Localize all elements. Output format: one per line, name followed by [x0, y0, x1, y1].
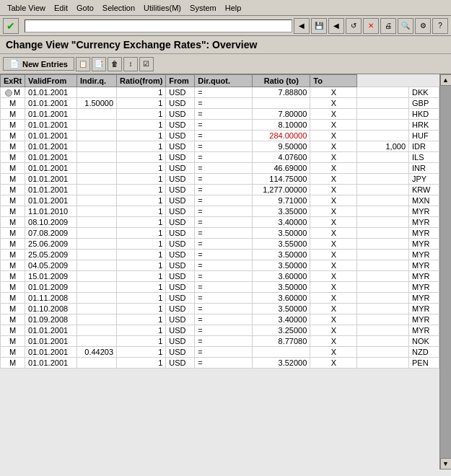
nav-left-icon[interactable]: ◀	[294, 18, 310, 34]
table-row[interactable]: M01.01.20011USD=8.77080XNOK	[1, 336, 439, 347]
menu-utilities[interactable]: Utilities(M)	[139, 2, 185, 14]
settings-icon[interactable]: ⚙	[415, 18, 431, 34]
menu-edit[interactable]: Edit	[50, 2, 72, 14]
new-entries-label: New Entries	[22, 60, 68, 69]
menu-selection[interactable]: Selection	[98, 2, 139, 14]
header-validfrom: ValidFrom	[25, 75, 77, 87]
table-row[interactable]: M01.01.20011USD=3.52000XPEN	[1, 358, 439, 369]
delete-icon[interactable]: 🗑	[108, 57, 122, 71]
header-from: From	[166, 75, 195, 87]
checkmark-icon[interactable]: ✔	[3, 18, 19, 34]
table-row[interactable]: M01.01.20091USD=3.50000XMYR	[1, 282, 439, 293]
menu-help[interactable]: Help	[221, 2, 246, 14]
table-scroll-area[interactable]: ExRt ValidFrom Indir.q. Ratio(from) From…	[0, 74, 439, 470]
move-icon[interactable]: ↕	[123, 57, 138, 71]
stop-icon[interactable]: ✕	[363, 18, 379, 34]
select-icon[interactable]: ☑	[139, 57, 154, 71]
main-toolbar: ✔ ◀ 💾 ◀ ↺ ✕ 🖨 🔍 ⚙ ?	[0, 16, 451, 36]
table-row[interactable]: M01.01.20011USD=9.71000XMXN	[1, 195, 439, 206]
table-row[interactable]: M11.01.20101USD=3.35000XMYR	[1, 206, 439, 217]
scroll-down-button[interactable]: ▼	[440, 458, 452, 470]
table-row[interactable]: M01.01.20011USD=8.10000XHRK	[1, 120, 439, 131]
menu-system[interactable]: System	[185, 2, 221, 14]
table-row[interactable]: M01.10.20081USD=3.50000XMYR	[1, 304, 439, 314]
help-icon[interactable]: ?	[432, 18, 448, 34]
menubar: Table View Edit Goto Selection Utilities…	[0, 0, 451, 16]
menu-goto[interactable]: Goto	[72, 2, 98, 14]
exchange-rates-table: ExRt ValidFrom Indir.q. Ratio(from) From…	[0, 74, 439, 369]
table-row[interactable]: M01.01.20011USD=7.88800XDKK	[1, 87, 439, 98]
table-row[interactable]: M01.01.20011USD=114.75000XJPY	[1, 174, 439, 185]
table-row[interactable]: M01.01.20011USD=3.25000XMYR	[1, 325, 439, 336]
find-icon[interactable]: 🔍	[398, 18, 413, 34]
table-row[interactable]: M01.01.20011USD=46.69000XINR	[1, 163, 439, 174]
table-row[interactable]: M08.10.20091USD=3.40000XMYR	[1, 217, 439, 228]
header-ratioto: Ratio (to)	[253, 75, 310, 87]
table-row[interactable]: M25.06.20091USD=3.55000XMYR	[1, 239, 439, 250]
page-title-area: Change View "Currency Exchange Rates": O…	[0, 36, 451, 54]
table-row[interactable]: M01.01.20011.500001USD=XGBP	[1, 98, 439, 109]
table-wrapper: ExRt ValidFrom Indir.q. Ratio(from) From…	[0, 74, 451, 470]
scroll-track[interactable]	[440, 86, 451, 458]
header-indirq: Indir.q.	[77, 75, 117, 87]
table-row[interactable]: M04.05.20091USD=3.50000XMYR	[1, 260, 439, 271]
table-row[interactable]: M01.09.20081USD=3.40000XMYR	[1, 314, 439, 325]
row-indicator-icon	[5, 89, 12, 97]
refresh-icon[interactable]: ↺	[346, 18, 362, 34]
table-header-row: ExRt ValidFrom Indir.q. Ratio(from) From…	[1, 75, 439, 87]
table-row[interactable]: M25.05.20091USD=3.50000XMYR	[1, 250, 439, 260]
address-input[interactable]	[25, 19, 292, 32]
table-row[interactable]: M01.01.20011USD=9.50000X1,000IDR	[1, 141, 439, 152]
toolbar2: 📄 New Entries 📋 📑 🗑 ↕ ☑	[0, 54, 451, 74]
header-to: To	[310, 75, 357, 87]
table-row[interactable]: M01.01.20011USD=1,277.00000XKRW	[1, 185, 439, 195]
table-row[interactable]: M15.01.20091USD=3.60000XMYR	[1, 271, 439, 282]
nav-left2-icon[interactable]: ◀	[328, 18, 344, 34]
table-row[interactable]: M01.01.20011USD=4.07600XILS	[1, 152, 439, 163]
save-icon[interactable]: 💾	[311, 18, 327, 34]
table-row[interactable]: M01.11.20081USD=3.60000XMYR	[1, 293, 439, 304]
table-row[interactable]: M07.08.20091USD=3.50000XMYR	[1, 228, 439, 239]
details-icon[interactable]: 📋	[76, 57, 90, 71]
header-ratiofrom: Ratio(from)	[117, 75, 166, 87]
page-title: Change View "Currency Exchange Rates": O…	[6, 39, 445, 50]
copy-icon[interactable]: 📑	[92, 57, 106, 71]
scrollbar[interactable]: ▲ ▼	[439, 74, 451, 470]
header-dirquot: Dir.quot.	[195, 75, 253, 87]
new-entries-button[interactable]: 📄 New Entries	[3, 57, 74, 71]
table-row[interactable]: M01.01.20011USD=284.00000XHUF	[1, 131, 439, 141]
header-exrt: ExRt	[1, 75, 25, 87]
table-row[interactable]: M01.01.20010.442031USD=XNZD	[1, 347, 439, 358]
new-entries-icon: 📄	[9, 59, 19, 69]
scroll-up-button[interactable]: ▲	[440, 74, 452, 86]
menu-tableview[interactable]: Table View	[3, 2, 50, 14]
print-icon[interactable]: 🖨	[380, 18, 396, 34]
table-row[interactable]: M01.01.20011USD=7.80000XHKD	[1, 109, 439, 120]
